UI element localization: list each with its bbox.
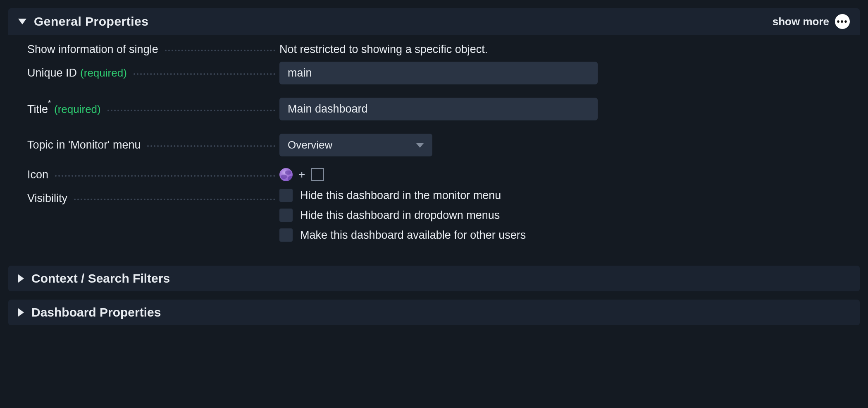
more-icon: ••• [835, 14, 850, 29]
section-general-properties: General Properties show more ••• Show in… [8, 8, 860, 257]
section-header-dashboard[interactable]: Dashboard Properties [8, 300, 860, 325]
input-title[interactable] [279, 98, 598, 120]
globe-icon[interactable] [279, 168, 293, 181]
dot-leader [74, 199, 275, 200]
collapse-icon [18, 274, 24, 283]
section-header-general[interactable]: General Properties show more ••• [8, 8, 860, 35]
section-title: General Properties [34, 14, 148, 29]
chevron-down-icon [416, 143, 424, 148]
dot-leader [134, 73, 275, 75]
label-visibility: Visibility [27, 187, 275, 205]
select-topic[interactable]: Overview [279, 134, 432, 156]
section-header-context[interactable]: Context / Search Filters [8, 266, 860, 291]
visibility-option: Hide this dashboard in the monitor menu [279, 187, 841, 204]
label-show-information: Show information of single [27, 43, 275, 56]
checkbox-label: Hide this dashboard in dropdown menus [300, 209, 500, 222]
expand-icon [18, 19, 26, 24]
checkbox-hide-monitor[interactable] [279, 189, 293, 202]
section-body-general: Show information of single Not restricte… [8, 35, 860, 257]
section-title: Dashboard Properties [31, 305, 161, 319]
visibility-option: Hide this dashboard in dropdown menus [279, 207, 841, 223]
input-unique-id[interactable] [279, 62, 598, 84]
dot-leader [147, 145, 275, 147]
checkbox-available-others[interactable] [279, 228, 293, 242]
checkbox-label: Make this dashboard available for other … [300, 229, 526, 242]
section-title: Context / Search Filters [31, 271, 170, 286]
show-more-label: show more [773, 15, 829, 28]
dot-leader [107, 110, 275, 111]
dot-leader [55, 175, 275, 177]
label-title: Title* (required) [27, 102, 275, 116]
label-unique-id: Unique ID (required) [27, 67, 275, 79]
checkbox-hide-dropdown[interactable] [279, 209, 293, 222]
icon-picker: + [279, 168, 841, 181]
checkbox-label: Hide this dashboard in the monitor menu [300, 189, 501, 202]
icon-placeholder-button[interactable] [311, 168, 324, 181]
dot-leader [165, 50, 275, 51]
label-topic: Topic in 'Monitor' menu [27, 139, 275, 151]
icon-plus: + [298, 168, 305, 181]
show-more-button[interactable]: show more ••• [773, 14, 850, 29]
select-topic-value: Overview [288, 139, 332, 151]
label-icon: Icon [27, 168, 275, 181]
value-show-information: Not restricted to showing a specific obj… [279, 43, 841, 56]
visibility-options: Hide this dashboard in the monitor menu … [279, 187, 841, 243]
collapse-icon [18, 308, 24, 317]
visibility-option: Make this dashboard available for other … [279, 227, 841, 243]
